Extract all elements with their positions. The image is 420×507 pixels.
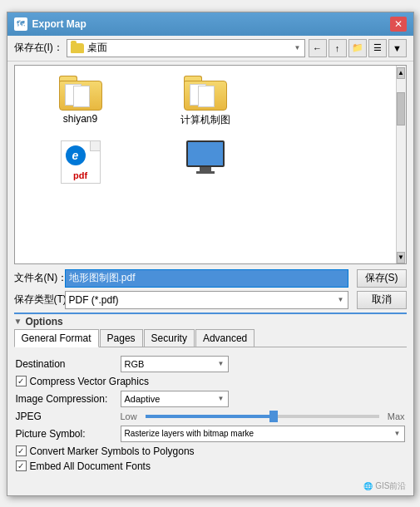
- convert-marker-checkbox[interactable]: [16, 445, 27, 456]
- doc-lines2: [198, 86, 215, 107]
- filetype-row: 保存类型(T)： PDF (*.pdf) ▼ 取消: [14, 291, 407, 309]
- save-in-label: 保存在(I)：: [14, 41, 63, 55]
- list-item[interactable]: [146, 137, 264, 187]
- pdf-text: pdf: [62, 170, 100, 180]
- destination-arrow-icon: ▼: [218, 360, 225, 367]
- dialog-icon: 🗺: [14, 17, 27, 31]
- image-compression-arrow-icon: ▼: [218, 395, 225, 402]
- file-name: shiyan9: [63, 113, 97, 125]
- pdf-file-icon: e pdf: [61, 140, 101, 184]
- jpeg-label: JPEG: [16, 411, 116, 422]
- file-browser: shiyan9 计算机制图: [14, 65, 407, 264]
- list-item[interactable]: e pdf: [22, 137, 140, 187]
- action-buttons: 保存(S): [357, 269, 407, 288]
- pdf-fold: [90, 141, 100, 151]
- combo-arrow-icon: ▼: [294, 44, 301, 52]
- doc-lines2: [73, 86, 90, 107]
- picture-symbol-row: Picture Symbol: Rasterize layers with bi…: [16, 426, 405, 442]
- filetype-value: PDF (*.pdf): [69, 294, 119, 306]
- save-in-value: 桌面: [87, 41, 107, 55]
- cancel-button[interactable]: 取消: [357, 291, 407, 309]
- destination-label: Destination: [16, 358, 116, 370]
- action-buttons-2: 取消: [357, 291, 407, 309]
- tabs-row: General Format Pages Security Advanced: [14, 329, 407, 347]
- tab-pages[interactable]: Pages: [100, 329, 143, 347]
- filename-label: 文件名(N)：: [14, 271, 60, 285]
- image-compression-value: Adaptive: [125, 394, 161, 404]
- list-item[interactable]: shiyan9: [22, 72, 140, 130]
- file-area: shiyan9 计算机制图: [15, 66, 396, 263]
- filename-input[interactable]: 地形图制图.pdf: [65, 269, 348, 288]
- monitor-base: [196, 171, 215, 174]
- save-button[interactable]: 保存(S): [357, 269, 407, 288]
- options-content: Destination RGB ▼ Compress Vector Graphi…: [14, 352, 407, 475]
- tools-button[interactable]: ▼: [388, 39, 407, 57]
- file-name: 计算机制图: [180, 113, 230, 127]
- bottom-fields: 文件名(N)： 地形图制图.pdf 保存(S) 保存类型(T)： PDF (*.…: [7, 268, 413, 313]
- compress-row: Compress Vector Graphics: [16, 376, 405, 387]
- save-in-combo-content: 桌面: [71, 41, 107, 55]
- compress-checkbox[interactable]: [16, 376, 27, 386]
- up-icon: ↑: [335, 43, 340, 53]
- view-icon: ☰: [373, 42, 382, 53]
- embed-fonts-label: Embed All Document Fonts: [30, 460, 151, 472]
- picture-symbol-value: Rasterize layers with bitmap marke: [125, 429, 254, 438]
- view-button[interactable]: ☰: [368, 39, 387, 57]
- back-button[interactable]: ←: [309, 39, 327, 57]
- tab-advanced[interactable]: Advanced: [195, 329, 254, 347]
- tools-icon: ▼: [393, 43, 402, 53]
- scroll-down-btn[interactable]: ▼: [397, 252, 405, 263]
- scrollbar[interactable]: ▲ ▼: [396, 66, 406, 263]
- folder-body: [59, 81, 102, 111]
- list-item[interactable]: 计算机制图: [146, 72, 264, 130]
- jpeg-slider-row: JPEG Low Max: [16, 411, 405, 422]
- options-header[interactable]: ▼ Options: [14, 314, 407, 329]
- slider-fill: [146, 415, 274, 418]
- watermark: 🌐 GIS前沿: [7, 479, 413, 495]
- toolbar-buttons: ← ↑ 📁 ☰ ▼: [309, 39, 407, 57]
- folder-content: [63, 84, 100, 107]
- jpeg-slider[interactable]: [146, 415, 379, 418]
- folder-icon-large: [59, 76, 102, 111]
- filetype-combo[interactable]: PDF (*.pdf) ▼: [65, 291, 348, 309]
- image-compression-label: Image Compression:: [16, 393, 116, 405]
- picture-symbol-combo[interactable]: Rasterize layers with bitmap marke ▼: [121, 426, 405, 442]
- image-compression-row: Image Compression: Adaptive ▼: [16, 391, 405, 407]
- filename-row: 文件名(N)： 地形图制图.pdf 保存(S): [14, 269, 407, 288]
- close-button[interactable]: ✕: [390, 17, 407, 32]
- new-folder-icon: 📁: [352, 42, 363, 53]
- pdf-e-logo: e: [66, 145, 86, 165]
- folder-body: [184, 81, 227, 111]
- slider-thumb[interactable]: [269, 411, 278, 422]
- scroll-up-btn[interactable]: ▲: [397, 67, 405, 79]
- scrollbar-thumb[interactable]: [397, 92, 405, 126]
- embed-fonts-checkbox[interactable]: [16, 460, 27, 471]
- save-in-combo[interactable]: 桌面 ▼: [67, 39, 305, 57]
- title-bar-left: 🗺 Export Map: [14, 17, 86, 31]
- compress-label: Compress Vector Graphics: [30, 376, 149, 387]
- up-button[interactable]: ↑: [329, 39, 347, 57]
- folder-icon: [71, 43, 84, 53]
- back-icon: ←: [313, 43, 322, 53]
- folder-icon-large: [184, 76, 227, 111]
- export-map-dialog: 🗺 Export Map ✕ 保存在(I)： 桌面 ▼ ← ↑ 📁 ☰: [7, 12, 414, 496]
- tab-security[interactable]: Security: [144, 329, 195, 347]
- convert-marker-label: Convert Marker Symbols to Polygons: [30, 445, 195, 457]
- watermark-text: GIS前沿: [375, 481, 406, 490]
- empty-cell: [271, 72, 389, 130]
- destination-combo[interactable]: RGB ▼: [121, 356, 229, 372]
- convert-marker-row: Convert Marker Symbols to Polygons: [16, 445, 405, 457]
- toolbar-row: 保存在(I)： 桌面 ▼ ← ↑ 📁 ☰ ▼: [7, 36, 413, 62]
- dialog-title: Export Map: [32, 18, 86, 30]
- monitor-file-icon: [184, 140, 227, 175]
- tab-general-format[interactable]: General Format: [14, 329, 99, 347]
- new-folder-button[interactable]: 📁: [348, 39, 367, 57]
- filetype-arrow-icon: ▼: [338, 296, 344, 303]
- monitor-screen: [186, 140, 225, 167]
- options-label: Options: [25, 316, 62, 327]
- title-bar: 🗺 Export Map ✕: [7, 12, 413, 36]
- destination-value: RGB: [125, 359, 145, 369]
- options-section: ▼ Options General Format Pages Security …: [14, 313, 407, 475]
- embed-fonts-row: Embed All Document Fonts: [16, 460, 405, 472]
- image-compression-combo[interactable]: Adaptive ▼: [121, 391, 229, 407]
